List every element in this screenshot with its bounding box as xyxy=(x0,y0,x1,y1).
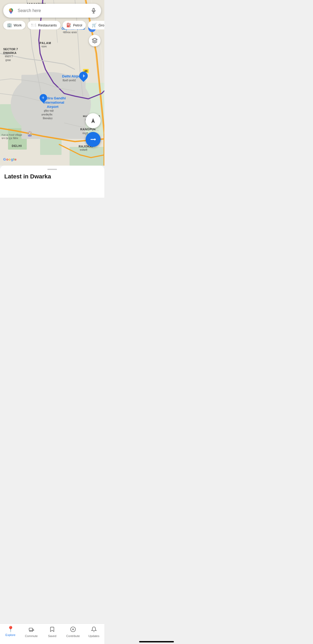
search-input[interactable] xyxy=(18,8,90,13)
restaurants-icon: 🍽️ xyxy=(31,23,36,28)
pill-restaurants-label: Restaurants xyxy=(38,23,57,27)
pill-work[interactable]: 🏢 Work xyxy=(3,21,25,29)
google-logo: Google xyxy=(3,157,17,161)
layer-toggle-button[interactable] xyxy=(89,35,101,46)
sheet-handle xyxy=(47,169,57,170)
navigate-button[interactable] xyxy=(86,132,101,147)
pill-restaurants[interactable]: 🍽️ Restaurants xyxy=(28,21,60,29)
svg-marker-13 xyxy=(91,118,95,123)
sheet-title: Latest in Dwarka xyxy=(0,173,104,184)
fun-food-marker[interactable]: 🎡 xyxy=(27,131,33,137)
google-maps-logo xyxy=(7,7,15,15)
pill-petrol[interactable]: ⛽ Petrol xyxy=(63,21,86,29)
bottom-sheet: Latest in Dwarka xyxy=(0,166,104,198)
svg-rect-11 xyxy=(21,75,86,139)
location-direction-button[interactable] xyxy=(86,113,101,128)
pill-work-label: Work xyxy=(14,23,22,27)
groceries-icon: 🛒 xyxy=(92,23,97,28)
svg-marker-12 xyxy=(92,38,97,41)
mic-icon[interactable] xyxy=(90,7,97,14)
pill-groceries-label: Groceries xyxy=(98,23,104,27)
category-pills: 🏢 Work 🍽️ Restaurants ⛽ Petrol 🛒 Groceri… xyxy=(0,21,104,29)
pill-groceries[interactable]: 🛒 Groceries xyxy=(88,21,104,29)
pill-petrol-label: Petrol xyxy=(73,23,82,27)
work-icon: 🏢 xyxy=(7,23,12,28)
search-bar[interactable] xyxy=(3,4,101,18)
svg-rect-1 xyxy=(93,8,94,11)
petrol-icon: ⛽ xyxy=(66,23,71,28)
